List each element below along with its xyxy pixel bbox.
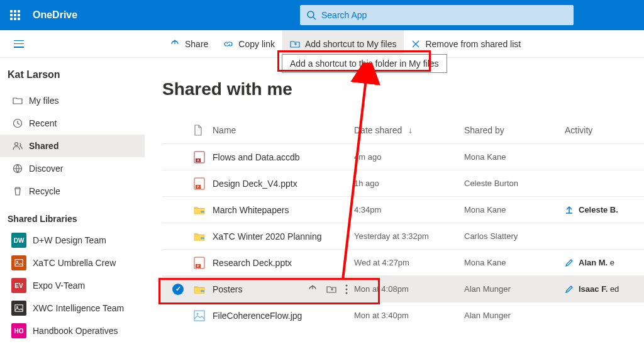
svg-rect-27	[194, 311, 204, 321]
libraries-list: DWD+W Design TeamXaTC Umbrella CrewEVExp…	[0, 229, 145, 342]
sort-desc-icon: ↓	[408, 125, 413, 135]
library-item[interactable]: DWD+W Design Team	[0, 229, 145, 252]
clock-icon	[13, 118, 29, 128]
library-label: D+W Design Team	[33, 235, 106, 245]
svg-rect-5	[15, 260, 23, 267]
nav-recycle[interactable]: Recycle	[0, 180, 145, 203]
library-item[interactable]: XWC Intelligence Team	[0, 297, 145, 319]
nav-my-files[interactable]: My files	[0, 89, 145, 112]
copy-link-label: Copy link	[238, 39, 275, 49]
row-checkbox[interactable]	[172, 178, 184, 189]
svg-line-1	[313, 17, 316, 19]
table-row[interactable]: XaTC Winter 2020 PlanningYesterday at 3:…	[162, 223, 644, 249]
library-label: Expo V-Team	[33, 280, 85, 291]
library-badge	[11, 255, 26, 270]
remove-shared-button[interactable]: Remove from shared list	[404, 30, 528, 58]
library-label: XaTC Umbrella Crew	[33, 258, 116, 268]
row-share-button[interactable]	[308, 284, 318, 294]
file-type-icon: P	[194, 257, 205, 269]
row-checkbox[interactable]	[172, 284, 184, 295]
upload-icon	[565, 206, 574, 214]
row-more-button[interactable]	[345, 284, 348, 294]
brand-name: OneDrive	[33, 9, 77, 21]
shared-by: Alan Munger	[464, 284, 565, 294]
page-title: Shared with me	[162, 79, 644, 99]
column-icon-header[interactable]	[194, 125, 213, 136]
svg-point-6	[16, 261, 18, 263]
hamburger-button[interactable]	[5, 40, 33, 48]
shared-by: Mona Kane	[464, 152, 565, 162]
shared-by: Carlos Slattery	[464, 231, 565, 241]
row-shortcut-button[interactable]	[326, 284, 336, 294]
row-checkbox[interactable]	[172, 231, 184, 242]
table-row[interactable]: PResearch Deck.pptxWed at 4:27pmMona Kan…	[162, 249, 644, 275]
nav-discover[interactable]: Discover	[0, 157, 145, 180]
copy-link-button[interactable]: Copy link	[216, 30, 282, 58]
table-row[interactable]: Posters Mon at 4:08pmAlan MungerIsaac F.…	[162, 275, 644, 302]
table-row[interactable]: AFlows and Data.accdb4m agoMona Kane	[162, 143, 644, 170]
column-name-header[interactable]: Name	[213, 125, 354, 135]
svg-point-8	[16, 306, 18, 308]
file-type-icon	[194, 231, 205, 242]
library-badge: EV	[11, 278, 26, 293]
column-date-header[interactable]: Date shared ↓	[354, 125, 464, 135]
search-input[interactable]	[300, 5, 574, 25]
sidebar: Kat Larson My files Recent Shared Discov…	[0, 58, 145, 342]
svg-text:A: A	[197, 158, 199, 162]
table-row[interactable]: March Whitepapers4:34pmMona KaneCeleste …	[162, 196, 644, 223]
shared-by: Mona Kane	[464, 258, 565, 267]
add-shortcut-button[interactable]: Add shortcut to My files	[282, 30, 404, 58]
file-name: Flows and Data.accdb	[213, 152, 300, 162]
library-item[interactable]: XaTC Umbrella Crew	[0, 252, 145, 274]
nav-label: Recent	[29, 118, 57, 128]
app-launcher-button[interactable]	[0, 0, 30, 30]
people-icon	[13, 141, 29, 151]
date-shared: Mon at 3:40pm	[354, 311, 464, 320]
file-name: Posters	[213, 284, 242, 294]
row-checkbox[interactable]	[172, 204, 184, 216]
file-name: Research Deck.pptx	[213, 258, 292, 268]
table-row[interactable]: PDesign Deck_V4.pptx1h agoCeleste Burton	[162, 170, 644, 196]
svg-point-0	[308, 11, 314, 18]
nav-label: My files	[29, 96, 58, 106]
row-checkbox[interactable]	[172, 310, 184, 321]
nav-shared[interactable]: Shared	[0, 135, 145, 157]
share-label: Share	[185, 39, 208, 49]
search-icon	[306, 10, 316, 20]
app-header: OneDrive	[0, 0, 644, 30]
tooltip: Add a shortcut to this folder in My file…	[282, 54, 447, 73]
row-checkbox[interactable]	[172, 152, 184, 163]
nav-list: My files Recent Shared Discover Recycle	[0, 89, 145, 203]
library-item[interactable]: HOHandbook Operatives	[0, 319, 145, 342]
svg-point-25	[346, 288, 348, 290]
remove-shared-label: Remove from shared list	[425, 39, 521, 49]
waffle-icon	[10, 10, 20, 20]
search-wrap	[300, 5, 574, 25]
close-icon	[411, 40, 420, 48]
activity-cell: Alan M. e	[565, 258, 644, 267]
file-type-icon	[194, 310, 205, 321]
file-name: FileCoherenceFlow.jpg	[213, 311, 302, 321]
column-sharedby-header[interactable]: Shared by	[464, 125, 565, 135]
nav-label: Shared	[29, 141, 58, 151]
trash-icon	[13, 186, 29, 196]
user-name: Kat Larson	[0, 69, 145, 89]
nav-label: Recycle	[29, 186, 60, 196]
date-shared: Yesterday at 3:32pm	[354, 231, 464, 241]
svg-point-23	[203, 289, 205, 292]
libraries-title: Shared Libraries	[0, 203, 145, 229]
column-activity-header[interactable]: Activity	[565, 125, 644, 135]
folder-icon	[13, 96, 29, 106]
svg-point-26	[346, 292, 348, 294]
edit-icon	[565, 258, 574, 267]
row-checkbox[interactable]	[172, 257, 184, 269]
share-button[interactable]: Share	[162, 30, 216, 58]
library-label: XWC Intelligence Team	[33, 303, 124, 313]
library-badge: HO	[11, 323, 26, 338]
library-item[interactable]: EVExpo V-Team	[0, 274, 145, 297]
file-name: XaTC Winter 2020 Planning	[213, 231, 322, 241]
nav-recent[interactable]: Recent	[0, 112, 145, 135]
table-header: Name Date shared ↓ Shared by Activity	[162, 117, 644, 143]
date-shared: Wed at 4:27pm	[354, 258, 464, 267]
table-row[interactable]: FileCoherenceFlow.jpgMon at 3:40pmAlan M…	[162, 302, 644, 328]
